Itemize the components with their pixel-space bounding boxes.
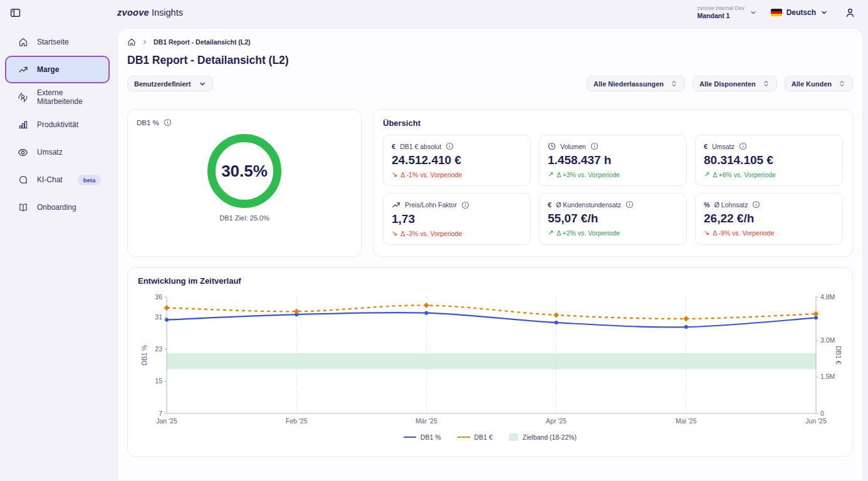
filter-select-alle-niederlassungen[interactable]: Alle Niederlassungen — [587, 76, 685, 91]
filter-select-alle-kunden[interactable]: Alle Kunden — [785, 76, 853, 91]
x-tick-label: Jun '25 — [805, 417, 827, 425]
german-flag-icon — [771, 9, 782, 16]
kpi-label: Preis/Lohn Faktor — [405, 201, 457, 209]
left-tick-label: 31 — [155, 313, 162, 321]
kpi-delta-text: Δ +6% vs. Vorperiode — [713, 171, 776, 178]
top-bar: zvoove Insights zvoove Internal Dev Mand… — [0, 0, 868, 25]
beta-badge: beta — [78, 175, 102, 185]
left-axis-title: DB1 % — [140, 345, 148, 366]
legend-db1-percent-swatch — [404, 437, 416, 438]
trend-up-icon — [18, 65, 28, 75]
arrow-up-right-icon: ↗ — [548, 170, 553, 178]
x-tick-label: Mär '25 — [416, 417, 437, 425]
kpi-value: 1,73 — [392, 212, 522, 226]
right-axis-title: DB1 € — [835, 346, 842, 364]
data-point — [165, 318, 169, 322]
overview-card: Übersicht €DB1 € absolut24.512.410 €↘Δ -… — [373, 109, 853, 257]
user-account-icon[interactable] — [842, 4, 858, 21]
filter-select-value: Alle Niederlassungen — [593, 80, 664, 88]
data-point — [424, 303, 429, 308]
language-label: Deutsch — [787, 8, 816, 17]
sidebar-item-umsatz[interactable]: Umsatz — [5, 138, 110, 166]
data-point — [683, 316, 689, 321]
overview-title: Übersicht — [383, 118, 843, 128]
sidebar-item-label: Onboarding — [37, 203, 76, 212]
data-point — [555, 321, 558, 324]
sidebar-item-label: Produktivität — [37, 120, 78, 129]
left-tick-label: 23 — [155, 345, 162, 353]
tenant-selector[interactable]: zvoove Internal Dev Mandant 1 — [698, 5, 757, 20]
legend-db1-percent[interactable]: DB1 % — [404, 433, 441, 441]
legend-db1-euro[interactable]: DB1 € — [458, 433, 493, 441]
kpi-delta-text: Δ -1% vs. Vorperiode — [400, 171, 462, 178]
kpi-value: 55,07 €/h — [548, 212, 678, 225]
x-tick-label: Feb '25 — [286, 417, 308, 425]
sidebar-item-marge[interactable]: Marge — [5, 56, 110, 83]
legend-label: DB1 € — [474, 433, 493, 441]
chevron-updown-icon — [670, 80, 678, 88]
home-icon[interactable] — [127, 38, 136, 46]
data-point — [813, 311, 818, 317]
sidebar-item-label: KI-Chat — [37, 175, 63, 184]
kpi-card-volumen: Volumen1.458.437 h↗Δ +3% vs. Vorperiode — [539, 135, 687, 186]
kpi-value: 26,22 €/h — [704, 212, 834, 225]
sidebar-item-onboarding[interactable]: Onboarding — [5, 194, 110, 221]
data-point — [294, 309, 300, 314]
kpi-label: Ø Kundenstundensatz — [556, 201, 621, 209]
chevron-updown-icon — [762, 80, 770, 88]
chevron-down-icon — [750, 9, 757, 16]
sidebar-item-label: Externe Mitarbeitende — [37, 88, 108, 106]
left-tick-label: 36 — [155, 293, 162, 301]
right-tick-label: 3.0M — [820, 336, 835, 344]
filter-select-value: Alle Disponenten — [699, 80, 756, 88]
period-select[interactable]: Benutzerdefiniert — [127, 76, 213, 91]
info-icon[interactable] — [446, 142, 454, 150]
sidebar-toggle-icon[interactable] — [8, 5, 23, 20]
kpi-label: Volumen — [560, 143, 586, 150]
logo-brand: zvoove — [117, 8, 149, 18]
breadcrumb-current: DB1 Report - Detailansicht (L2) — [154, 38, 251, 46]
info-icon[interactable] — [752, 200, 760, 209]
sidebar-item-startseite[interactable]: Startseite — [5, 28, 110, 56]
filter-select-alle-disponenten[interactable]: Alle Disponenten — [693, 76, 777, 91]
gauge-label: DB1 % — [137, 119, 159, 127]
language-selector[interactable]: Deutsch — [771, 8, 828, 17]
info-icon[interactable] — [461, 201, 469, 209]
external-users-icon — [18, 92, 28, 103]
info-icon[interactable] — [625, 200, 634, 209]
period-select-value: Benutzerdefiniert — [134, 80, 192, 88]
kpi-delta-text: Δ +2% vs. Vorperiode — [557, 229, 620, 237]
clock-icon — [548, 142, 556, 150]
info-icon[interactable] — [164, 118, 172, 127]
chart-title: Entwicklung im Zeitverlauf — [138, 276, 842, 286]
arrow-down-right-icon: ↘ — [392, 229, 397, 237]
sidebar-item-produktivit-t[interactable]: Produktivität — [5, 111, 110, 138]
sidebar-item-label: Marge — [37, 65, 59, 74]
kpi-delta: ↘Δ -9% vs. Vorperiode — [704, 229, 834, 237]
db1-percent-card: DB1 % 30.5% DB1 Ziel: 25.0% — [127, 109, 362, 257]
kpi-label: DB1 € absolut — [400, 143, 441, 150]
x-tick-label: Mai '25 — [676, 417, 697, 425]
kpi-delta: ↗Δ +6% vs. Vorperiode — [704, 170, 834, 178]
kpi-card-db1-absolut: €DB1 € absolut24.512.410 €↘Δ -1% vs. Vor… — [383, 135, 531, 186]
right-tick-label: 4.8M — [820, 293, 835, 301]
left-tick-label: 15 — [155, 377, 162, 385]
euro-icon: € — [392, 143, 395, 150]
kpi-value: 1.458.437 h — [548, 153, 678, 167]
arrow-down-right-icon: ↘ — [392, 170, 397, 178]
arrow-up-right-icon: ↗ — [548, 229, 553, 237]
tenant-environment: zvoove Internal Dev — [698, 5, 745, 12]
percent-icon: % — [704, 201, 710, 209]
legend-zielband[interactable]: Zielband (18-22%) — [509, 433, 577, 441]
sidebar-item-ki-chat[interactable]: KI-Chatbeta — [5, 166, 110, 194]
x-tick-label: Jan '25 — [156, 417, 177, 425]
book-icon — [18, 202, 28, 213]
tenant-name: Mandant 1 — [698, 12, 745, 20]
chevron-updown-icon — [838, 80, 846, 88]
euro-icon: € — [704, 143, 708, 150]
data-point — [164, 305, 169, 311]
filter-select-value: Alle Kunden — [792, 80, 832, 88]
sidebar-item-externe-mitarbeitende[interactable]: Externe Mitarbeitende — [5, 83, 110, 111]
info-icon[interactable] — [590, 142, 599, 150]
info-icon[interactable] — [739, 142, 747, 150]
